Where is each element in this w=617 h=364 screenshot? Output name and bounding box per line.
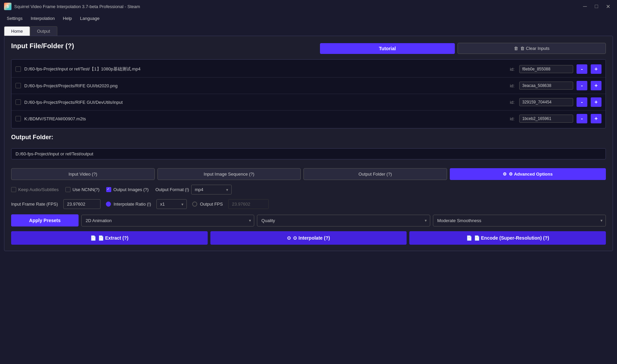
tutorial-button[interactable]: Tutorial <box>320 43 455 54</box>
output-path-input[interactable] <box>11 148 606 159</box>
menu-help[interactable]: Help <box>59 14 76 22</box>
action-button-row: 📄 📄 Extract (?) ⊙ ⊙ Interpolate (?) 📄 📄 … <box>11 231 606 245</box>
use-ncnn-label: Use NCNN(?) <box>72 187 99 192</box>
file-remove-button-3[interactable]: - <box>577 97 587 107</box>
menu-interpolation[interactable]: Interpolation <box>27 14 59 22</box>
file-checkbox-4[interactable] <box>16 116 21 121</box>
clear-inputs-label: 🗑 Clear Inputs <box>520 46 550 51</box>
file-remove-button-4[interactable]: - <box>577 114 587 123</box>
output-format-label: Output Format (!) <box>155 187 189 192</box>
file-remove-button-2[interactable]: - <box>577 81 587 90</box>
ratio-select-wrapper: x1 x2 x3 x4 x8 <box>156 199 187 209</box>
input-video-button[interactable]: Input Video (?) <box>11 168 155 180</box>
interpolate-icon: ⊙ <box>287 235 291 241</box>
input-image-button[interactable]: Input Image Sequence (?) <box>157 168 301 180</box>
file-id-input-1[interactable] <box>519 65 573 73</box>
file-checkbox-1[interactable] <box>16 66 21 72</box>
advanced-options-label: ⚙ Advanced Options <box>509 172 553 177</box>
file-add-button-3[interactable]: + <box>591 97 601 107</box>
file-list: D:/60-fps-Project/input or ref/Test/【1】1… <box>11 59 606 128</box>
file-id-label-2: id: <box>510 83 515 88</box>
menu-language[interactable]: Language <box>76 14 104 22</box>
file-add-button-4[interactable]: + <box>591 114 601 123</box>
interpolate-ratio-radio[interactable] <box>106 202 111 207</box>
file-path-4: K:/BDMV/STREAM/00907.m2ts <box>24 116 506 121</box>
file-add-button-1[interactable]: + <box>591 64 601 74</box>
interpolate-ratio-radio-group: Interpolate Ratio (!) <box>106 202 151 207</box>
use-ncnn-checkbox[interactable] <box>65 187 70 192</box>
restore-button[interactable]: □ <box>591 2 601 10</box>
main-content: Input File/Folder (?) Tutorial 🗑 🗑 Clear… <box>0 36 617 255</box>
file-path-3: D:/60-fps-Project/Projects/RIFE GUI/DevU… <box>24 100 506 105</box>
input-section-header: Input File/Folder (?) Tutorial 🗑 🗑 Clear… <box>11 42 606 55</box>
output-fps-label: Output FPS <box>200 202 223 207</box>
file-path-1: D:/60-fps-Project/input or ref/Test/【1】1… <box>24 66 506 72</box>
output-images-option: Output Images (?) <box>106 187 149 192</box>
output-format-select[interactable]: mp4 mkv avi mov <box>191 185 232 194</box>
file-id-input-3[interactable] <box>519 98 573 106</box>
keep-audio-label: Keep Audio/Subtitles <box>18 187 59 192</box>
gear-icon: ⚙ <box>503 172 507 177</box>
file-id-input-4[interactable] <box>519 115 573 123</box>
table-row: D:/60-fps-Project/Projects/RIFE GUI/DevU… <box>11 94 606 111</box>
fps-row: Input Frame Rate (FPS) Interpolate Ratio… <box>11 199 606 209</box>
preset-type-select[interactable]: 2D Animation Live Action Anime CGI <box>81 215 254 226</box>
file-id-label-1: id: <box>510 67 515 72</box>
menubar: Settings Interpolation Help Language <box>0 13 617 24</box>
minimize-button[interactable]: ─ <box>580 2 590 10</box>
file-checkbox-2[interactable] <box>16 83 21 88</box>
table-row: D:/60-fps-Project/input or ref/Test/【1】1… <box>11 61 606 78</box>
clear-inputs-button[interactable]: 🗑 🗑 Clear Inputs <box>458 43 606 54</box>
smoothness-select[interactable]: Moderate Smoothness Low Smoothness High … <box>433 215 606 226</box>
encode-button[interactable]: 📄 📄 Encode (Super-Resolution) (?) <box>409 231 606 245</box>
interpolate-button[interactable]: ⊙ ⊙ Interpolate (?) <box>210 231 407 245</box>
file-checkbox-3[interactable] <box>16 99 21 105</box>
file-remove-button-1[interactable]: - <box>577 64 587 74</box>
titlebar-controls[interactable]: ─ □ ✕ <box>580 2 613 10</box>
extract-icon: 📄 <box>90 235 96 241</box>
output-fps-radio[interactable] <box>192 202 197 207</box>
output-fps-radio-group: Output FPS <box>192 202 223 207</box>
interpolate-label: ⊙ Interpolate (?) <box>293 235 330 241</box>
encode-icon: 📄 <box>466 235 472 241</box>
input-fps-input[interactable] <box>63 199 100 209</box>
tab-home[interactable]: Home <box>4 26 30 36</box>
output-section: Output Folder: <box>11 134 606 163</box>
main-panel: Input File/Folder (?) Tutorial 🗑 🗑 Clear… <box>4 36 613 251</box>
keep-audio-checkbox[interactable] <box>11 187 16 192</box>
file-path-2: D:/60-fps-Project/Projects/RIFE GUI/bt20… <box>24 83 506 88</box>
output-images-label: Output Images (?) <box>113 187 149 192</box>
output-folder-title: Output Folder: <box>11 134 606 141</box>
close-button[interactable]: ✕ <box>603 2 613 10</box>
file-id-input-2[interactable] <box>519 82 573 90</box>
interpolate-ratio-label: Interpolate Ratio (!) <box>114 202 151 207</box>
file-id-label-3: id: <box>510 100 515 105</box>
titlebar-left: S Squirrel Video Frame Interpolation 3.7… <box>4 3 140 10</box>
encode-label: 📄 Encode (Super-Resolution) (?) <box>474 235 549 241</box>
output-format-wrapper: mp4 mkv avi mov <box>191 185 232 194</box>
extract-label: 📄 Extract (?) <box>98 235 128 241</box>
extract-button[interactable]: 📄 📄 Extract (?) <box>11 231 208 245</box>
file-add-button-2[interactable]: + <box>591 81 601 90</box>
tabs-bar: Home Output <box>0 24 617 36</box>
menu-settings[interactable]: Settings <box>3 14 27 22</box>
quality-wrapper: Quality Balanced Performance <box>257 215 430 226</box>
output-fps-input <box>228 199 269 209</box>
trash-icon: 🗑 <box>514 46 518 51</box>
output-folder-button[interactable]: Output Folder (?) <box>303 168 447 180</box>
input-section-title: Input File/Folder (?) <box>11 42 74 50</box>
file-type-button-row: Input Video (?) Input Image Sequence (?)… <box>11 168 606 180</box>
quality-select[interactable]: Quality Balanced Performance <box>257 215 430 226</box>
ratio-select[interactable]: x1 x2 x3 x4 x8 <box>156 199 187 209</box>
app-logo: S <box>4 3 11 10</box>
output-format-option: Output Format (!) mp4 mkv avi mov <box>155 185 232 194</box>
table-row: D:/60-fps-Project/Projects/RIFE GUI/bt20… <box>11 78 606 94</box>
keep-audio-option: Keep Audio/Subtitles <box>11 187 59 192</box>
preset-type-wrapper: 2D Animation Live Action Anime CGI <box>81 215 254 226</box>
use-ncnn-option: Use NCNN(?) <box>65 187 99 192</box>
file-id-label-4: id: <box>510 116 515 121</box>
output-images-checkbox[interactable] <box>106 187 111 192</box>
apply-presets-button[interactable]: Apply Presets <box>11 214 79 226</box>
tab-output[interactable]: Output <box>30 26 57 36</box>
advanced-options-button[interactable]: ⚙ ⚙ Advanced Options <box>450 168 606 180</box>
